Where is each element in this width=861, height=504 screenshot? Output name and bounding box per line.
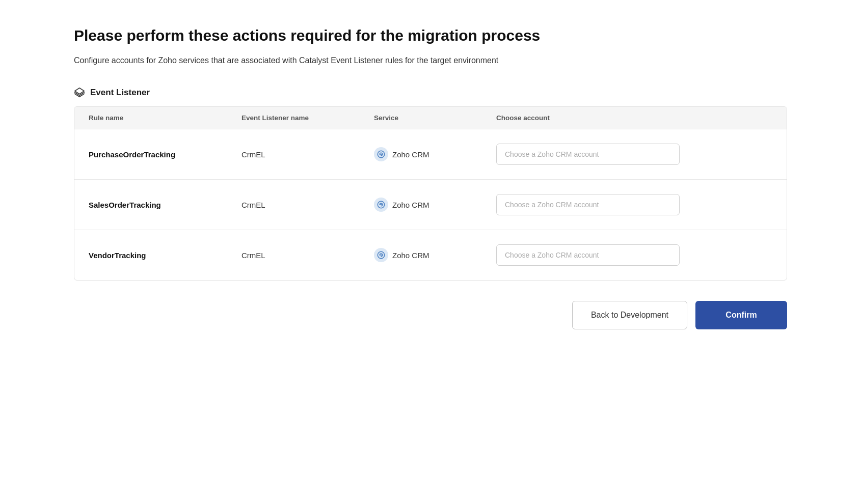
section-title: Event Listener [90,88,150,98]
account-select-0[interactable]: Choose a Zoho CRM account [496,144,680,165]
footer-actions: Back to Development Confirm [74,301,787,329]
service-cell-2: Zoho CRM [374,248,496,262]
table-row: VendorTracking CrmEL Zoho CRM Choose a Z… [74,230,787,280]
rule-name-0: PurchaseOrderTracking [89,150,241,159]
listener-name-1: CrmEL [241,201,374,209]
service-cell-0: Zoho CRM [374,147,496,161]
rule-name-2: VendorTracking [89,251,241,260]
rule-name-1: SalesOrderTracking [89,201,241,209]
account-select-1[interactable]: Choose a Zoho CRM account [496,194,680,215]
page-subtitle: Configure accounts for Zoho services tha… [74,54,787,67]
table-header: Rule name Event Listener name Service Ch… [74,107,787,129]
col-rule-name: Rule name [89,114,241,122]
event-listener-table: Rule name Event Listener name Service Ch… [74,106,787,281]
account-select-2[interactable]: Choose a Zoho CRM account [496,244,680,266]
account-cell-0[interactable]: Choose a Zoho CRM account [496,144,772,165]
service-name-0: Zoho CRM [392,150,429,159]
account-cell-2[interactable]: Choose a Zoho CRM account [496,244,772,266]
col-listener-name: Event Listener name [241,114,374,122]
table-row: SalesOrderTracking CrmEL Zoho CRM Choose… [74,180,787,230]
crm-icon-0 [374,147,388,161]
service-name-2: Zoho CRM [392,251,429,260]
listener-name-2: CrmEL [241,251,374,260]
crm-icon-1 [374,198,388,212]
table-row: PurchaseOrderTracking CrmEL Zoho CRM Cho… [74,129,787,180]
col-account: Choose account [496,114,772,122]
back-to-development-button[interactable]: Back to Development [572,301,687,329]
listener-name-0: CrmEL [241,150,374,159]
service-cell-1: Zoho CRM [374,198,496,212]
page-title: Please perform these actions required fo… [74,25,787,45]
confirm-button[interactable]: Confirm [695,301,787,329]
page-container: Please perform these actions required fo… [74,25,787,329]
section-header: Event Listener [74,87,787,98]
crm-icon-2 [374,248,388,262]
account-cell-1[interactable]: Choose a Zoho CRM account [496,194,772,215]
col-service: Service [374,114,496,122]
layers-icon [74,87,85,98]
service-name-1: Zoho CRM [392,201,429,209]
